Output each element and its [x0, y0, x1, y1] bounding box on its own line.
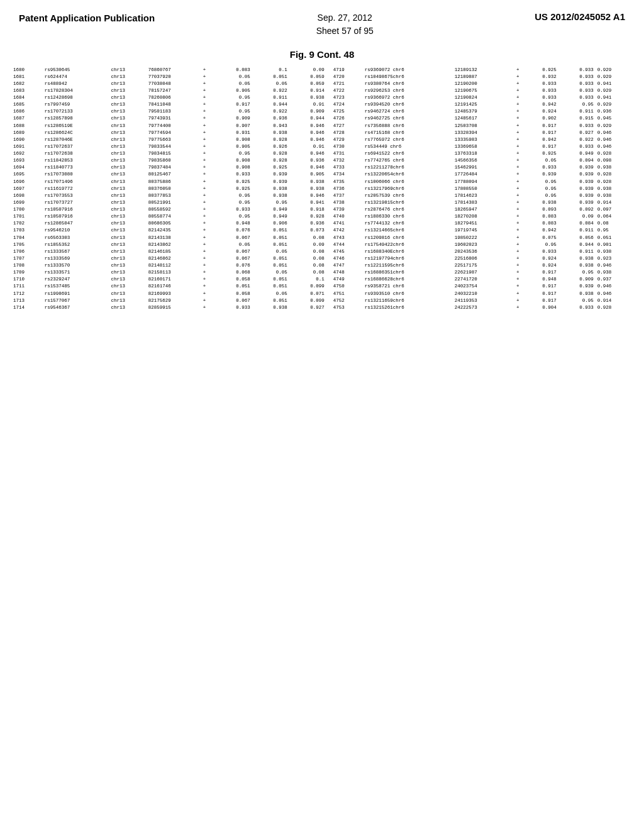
table-cell: 1681 — [11, 73, 43, 80]
table-cell: 0.051 — [252, 227, 289, 234]
table-cell: + — [201, 115, 215, 122]
table-cell: chr13 — [109, 157, 147, 164]
table-cell — [326, 269, 331, 276]
table-cell: 0.05 — [521, 157, 558, 164]
table-cell: 1699 — [11, 199, 43, 206]
table-cell: 0.938 — [252, 185, 289, 192]
table-cell: 0.923 — [596, 255, 633, 262]
table-cell: rs4715168 chr6 — [363, 129, 453, 136]
table-cell — [326, 234, 331, 241]
table-cell: 82160171 — [147, 276, 201, 283]
table-cell — [326, 192, 331, 199]
table-cell: + — [201, 213, 215, 220]
table-cell: 0.927 — [289, 304, 326, 311]
table-cell — [326, 241, 331, 248]
table-row: 1694rs11840773chr1379837484+0.9080.9250.… — [11, 164, 633, 171]
table-row: 1689rs1286624Cchr1379774594+0.9310.9380.… — [11, 129, 633, 136]
table-cell: 0.09 — [558, 213, 596, 220]
table-cell: 78157247 — [147, 87, 201, 94]
table-cell: rs10507916 — [43, 213, 109, 220]
table-cell: chr13 — [109, 234, 147, 241]
table-cell: 0.936 — [252, 115, 289, 122]
table-cell: 80125467 — [147, 171, 201, 178]
table-cell: rs17549422chr6 — [363, 241, 453, 248]
table-cell: + — [508, 115, 521, 122]
table-cell: 82146185 — [147, 248, 201, 255]
table-cell: 82143138 — [147, 234, 201, 241]
table-cell: chr13 — [109, 199, 147, 206]
table-cell: 0.917 — [521, 269, 558, 276]
table-cell: rs13220654chr6 — [363, 171, 453, 178]
table-cell: + — [508, 206, 521, 213]
table-cell: 0.909 — [289, 108, 326, 115]
table-cell: chr13 — [109, 206, 147, 213]
data-section: 1680rs9530645chr1376860767+0.0830.10.094… — [0, 66, 644, 311]
table-cell: + — [201, 136, 215, 143]
table-cell: rs1886330 chr6 — [363, 213, 453, 220]
table-cell: 12485617 — [453, 115, 508, 122]
table-cell: 0.946 — [596, 283, 633, 290]
table-cell: chr13 — [109, 283, 147, 290]
table-cell: 4753 — [331, 304, 363, 311]
table-cell: rs9530645 — [43, 66, 109, 73]
table-cell: 0.909 — [215, 115, 252, 122]
table-cell: 1685 — [11, 101, 43, 108]
table-cell: + — [201, 192, 215, 199]
table-cell: rs9546210 — [43, 227, 109, 234]
table-cell: rs11842853 — [43, 157, 109, 164]
table-cell: 4723 — [331, 94, 363, 101]
table-cell: + — [508, 171, 521, 178]
table-cell: 12190675 — [453, 87, 508, 94]
table-cell: 12503708 — [453, 122, 508, 129]
table-cell — [326, 129, 331, 136]
table-cell: 0.911 — [558, 248, 596, 255]
table-row: 1695rs17073080chr1380125467+0.9330.9390.… — [11, 171, 633, 178]
table-cell: 0.05 — [252, 269, 289, 276]
table-cell: + — [201, 227, 215, 234]
table-cell: 1698 — [11, 192, 43, 199]
table-cell: 0.905 — [215, 87, 252, 94]
table-cell: 0.928 — [596, 178, 633, 185]
table-cell: 0.1 — [289, 276, 326, 283]
table-cell — [326, 115, 331, 122]
table-cell: 0.097 — [596, 206, 633, 213]
table-cell: 0.904 — [521, 304, 558, 311]
table-cell: + — [201, 199, 215, 206]
table-row: 1706rs1333567chr1382146185+0.0670.050.08… — [11, 248, 633, 255]
table-cell: rs7997459 — [43, 101, 109, 108]
table-cell: 80686305 — [147, 220, 201, 227]
table-row: 1692rs17072638chr1379834815+0.950.9280.9… — [11, 150, 633, 157]
table-cell: 0.924 — [521, 255, 558, 262]
table-cell: rs1998691 — [43, 290, 109, 297]
table-cell: 0.942 — [521, 227, 558, 234]
table-cell: 0.942 — [521, 101, 558, 108]
table-cell: 1701 — [11, 213, 43, 220]
table-cell: 0.925 — [215, 185, 252, 192]
table-cell: 12190824 — [453, 94, 508, 101]
table-cell: 0.946 — [596, 262, 633, 269]
table-cell: 0.051 — [596, 234, 633, 241]
table-cell: 0.05 — [215, 73, 252, 80]
table-cell: 0.95 — [558, 297, 596, 304]
table-cell: 1711 — [11, 283, 43, 290]
table-cell: 1686 — [11, 108, 43, 115]
table-cell: 0.05 — [252, 80, 289, 87]
table-cell — [326, 101, 331, 108]
table-cell: 0.938 — [252, 129, 289, 136]
date-label: Sep. 27, 2012 — [316, 11, 374, 25]
table-cell — [326, 185, 331, 192]
table-cell: 0.908 — [215, 164, 252, 171]
patent-number: US 2012/0245052 A1 — [535, 11, 625, 22]
table-cell: 4742 — [331, 227, 363, 234]
table-cell: + — [201, 220, 215, 227]
table-cell: 82859915 — [147, 304, 201, 311]
table-cell: + — [201, 108, 215, 115]
table-cell: rs13219815chr6 — [363, 199, 453, 206]
table-cell: 0.08 — [289, 234, 326, 241]
table-cell: 0.067 — [215, 297, 252, 304]
table-cell: chr13 — [109, 115, 147, 122]
table-cell: 0.924 — [521, 262, 558, 269]
table-cell: 0.08 — [289, 248, 326, 255]
table-cell: 1696 — [11, 178, 43, 185]
table-cell: chr13 — [109, 129, 147, 136]
